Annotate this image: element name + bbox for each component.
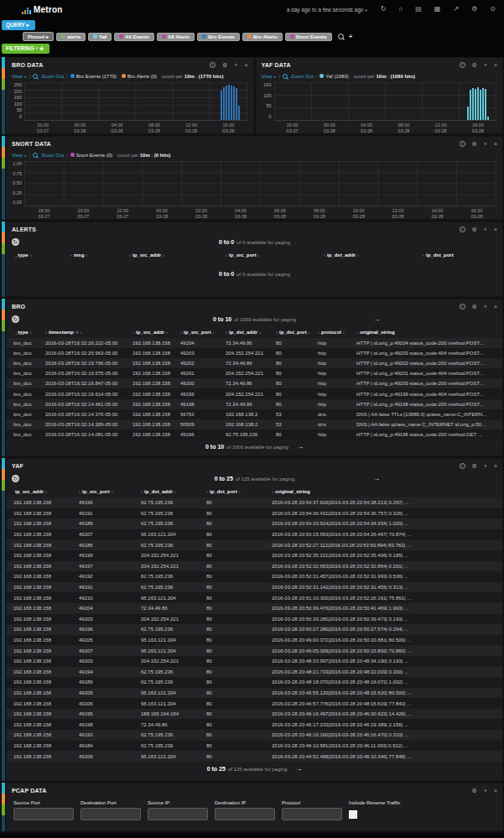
settings-icon[interactable]: ⚙ [471,6,477,13]
view-link[interactable]: View » [262,74,277,79]
table-row[interactable]: 192.168.138.1584920795.163.121.204802016… [7,645,502,656]
next-page-icon[interactable]: → [297,443,304,450]
table-row[interactable]: 192.168.138.1584919662.75.195.236802016-… [7,497,502,508]
column-header-msg[interactable]: ‹msg› [70,252,129,258]
folder-open-icon[interactable]: ▤ [415,6,422,13]
table-row[interactable]: 192.168.138.1584919462.75.195.236802016-… [7,667,502,678]
column-header-ip_dst_port[interactable]: ‹ip_dst_port› [276,330,318,335]
table-row[interactable]: bro_doc2016-03-28T16:32:16.847-05:00192.… [7,378,502,388]
column-header-ip_dst_port[interactable]: ‹ip_dst_port› [206,489,272,494]
info-icon[interactable]: i [460,226,465,232]
close-icon[interactable]: × [494,141,497,147]
save-icon[interactable]: ▦ [434,6,441,13]
column-header-ip_src_addr[interactable]: ip_src_addr› [13,489,79,494]
column-header-ip_src_addr[interactable]: ‹ip_src_addr› [132,330,180,335]
refresh-icon[interactable]: ↻ [381,6,387,13]
pcap-input-destination-ip[interactable] [215,808,275,820]
table-row[interactable]: 192.168.138.15849197204.152.254.22180201… [7,561,502,572]
info-icon[interactable]: i [460,463,465,469]
table-row[interactable]: 192.168.138.15849199204.152.254.22180201… [7,550,502,561]
table-row[interactable]: bro_doc2016-03-28T16:32:19.575-05:00192.… [7,368,502,378]
pcap-input-protocol[interactable] [282,808,342,820]
pcap-input-destination-port[interactable] [81,808,141,820]
row-collapse-strip[interactable] [2,57,5,134]
filtering-toggle-button[interactable]: FILTERING ‹ ★ [2,44,49,54]
column-header-timestamp[interactable]: ‹timestamp∨ › [45,329,132,335]
query-toggle-button[interactable]: QUERY ▸ [2,20,35,30]
info-icon[interactable]: i [460,141,465,147]
zoom-out-link[interactable]: Zoom Out [291,74,314,79]
move-icon[interactable]: + [484,304,487,310]
share-icon[interactable]: ↗ [453,6,459,13]
move-icon[interactable]: + [484,62,487,68]
query-pill-alerts[interactable]: alerts [56,33,86,41]
table-row[interactable]: 192.168.138.1584919362.75.195.236802016-… [7,730,502,741]
table-row[interactable]: bro_doc2016-03-28T16:32:14.081-05:00192.… [7,429,502,440]
view-link[interactable]: View » [12,74,27,79]
query-pill-yaf[interactable]: Yaf [88,33,112,41]
time-range-picker[interactable]: a day ago to a few seconds ago ▾ [287,7,367,13]
next-page-icon[interactable]: → [373,475,380,482]
close-icon[interactable]: × [494,788,497,794]
close-icon[interactable]: × [494,463,497,469]
table-row[interactable]: bro_doc2016-03-28T16:32:14.461-05:00192.… [7,399,502,409]
table-row[interactable]: 192.168.138.15849203204.152.254.22180201… [7,656,502,667]
table-row[interactable]: 192.168.138.15849203204.152.254.22180201… [7,614,502,625]
column-header-ip_src_port[interactable]: ‹ip_src_port› [226,252,324,258]
column-header-original_string[interactable]: ‹original_string [272,489,499,494]
table-row[interactable]: bro_doc2016-03-28T16:32:16.614-05:00192.… [7,388,502,398]
add-query-icon[interactable]: + [349,33,353,40]
table-row[interactable]: 192.168.138.1584918962.75.195.236802016-… [7,677,502,688]
search-icon[interactable] [338,34,344,39]
gear-icon[interactable]: ⚙ [222,62,227,68]
column-header-_type[interactable]: _type› [13,252,70,258]
table-row[interactable]: bro_doc2016-03-28T16:32:14.376-05:00192.… [7,409,502,419]
table-row[interactable]: bro_doc2016-03-28T16:32:25.963-05:00192.… [7,348,502,358]
query-pill-all-events[interactable]: All Events [114,33,154,41]
table-row[interactable]: 192.168.138.1584920695.163.121.204802016… [7,698,502,709]
table-row[interactable]: bro_doc2016-03-28T16:32:26.222-05:00192.… [7,338,502,348]
legend-series[interactable]: Snort Events (0) [70,153,112,158]
next-page-icon[interactable]: → [295,765,302,773]
row-collapse-strip[interactable] [2,458,5,781]
close-icon[interactable]: × [494,62,497,68]
column-header-ip_dst_addr[interactable]: ‹ip_dst_addr› [141,489,206,494]
table-row[interactable]: 192.168.138.1584920595.163.121.204802016… [7,688,502,699]
table-row[interactable]: 192.168.138.1584918662.75.195.236802016-… [7,539,502,550]
query-pill-all-alerts[interactable]: All Alerts [157,33,195,41]
query-pill-snort-events[interactable]: Snort Events [285,33,332,41]
row-collapse-strip[interactable] [2,221,5,297]
table-row[interactable]: 192.168.138.1584920472.34.49.86802016-03… [7,603,502,614]
close-icon[interactable]: × [244,62,247,68]
next-page-icon[interactable]: → [373,315,380,323]
refresh-icon[interactable]: ↻ [12,315,19,323]
legend-series[interactable]: Bro Events (1770) [70,74,117,79]
include-reverse-traffic-checkbox[interactable] [349,810,357,819]
legend-series[interactable]: Bro Alerts (0) [122,74,157,79]
gear-icon[interactable]: ⚙ [472,463,477,469]
refresh-icon[interactable]: ↻ [12,238,19,246]
column-header-ip_dst_addr[interactable]: ‹ip_dst_addr› [226,330,276,335]
refresh-icon[interactable]: ↻ [12,475,19,482]
move-icon[interactable]: + [484,788,487,794]
column-header-ip_dst_addr[interactable]: ‹ip_dst_addr› [324,252,423,258]
gear-icon[interactable]: ⚙ [472,788,477,794]
column-header-ip_dst_port[interactable]: ‹ip_dst_port [423,252,499,258]
table-row[interactable]: 192.168.138.1584920695.163.121.204802016… [7,751,502,762]
column-header-original_string[interactable]: ‹original_string [356,330,499,335]
history-icon[interactable]: ⊙ [490,6,496,13]
row-collapse-strip[interactable] [2,299,5,456]
gear-icon[interactable]: ⚙ [472,226,477,232]
row-collapse-strip[interactable] [2,783,5,831]
column-header-protocol[interactable]: ‹protocol› [318,330,356,335]
legend-series[interactable]: Yaf (1080) [320,74,349,79]
info-icon[interactable]: i [460,304,465,310]
move-icon[interactable]: + [484,226,487,232]
table-row[interactable]: 192.168.138.1584918962.75.195.236802016-… [7,518,502,529]
table-row[interactable]: 192.168.138.15849195188.165.164.18480201… [7,709,502,720]
query-pill-bro-events[interactable]: Bro Events [197,33,240,41]
gear-icon[interactable]: ⚙ [472,141,477,147]
move-icon[interactable]: + [234,62,237,68]
table-row[interactable]: 192.168.138.1584919872.34.49.86802016-03… [7,719,502,730]
table-row[interactable]: 192.168.138.1584921095.163.121.204802016… [7,592,502,603]
